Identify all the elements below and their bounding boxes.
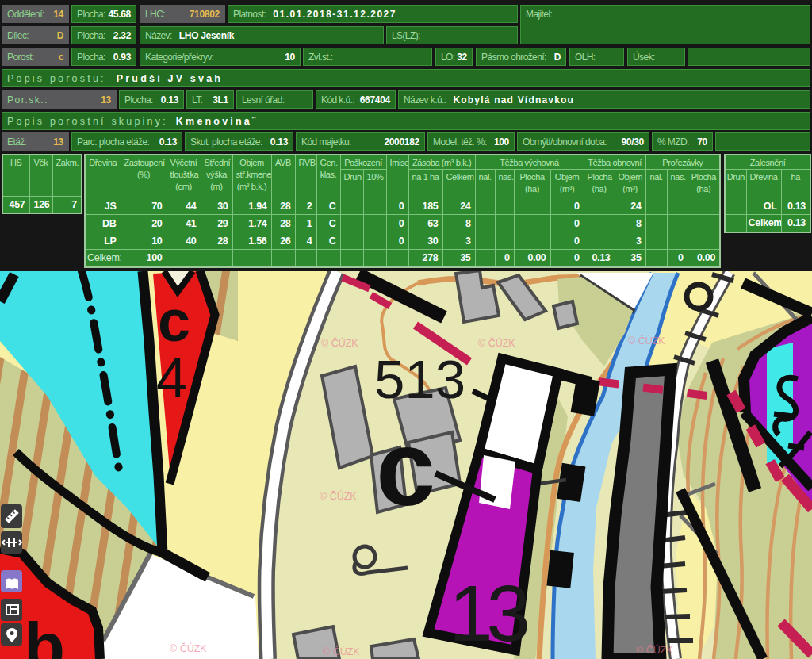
svg-text:© ČÚZK: © ČÚZK [323,646,360,657]
svg-text:c: c [376,408,435,528]
svg-text:© ČÚZK: © ČÚZK [321,337,358,349]
svg-text:© ČÚZK: © ČÚZK [478,337,515,349]
svg-text:© ČÚZK: © ČÚZK [636,644,673,656]
svg-text:© ČÚZK: © ČÚZK [170,642,207,654]
svg-text:513: 513 [374,349,465,410]
svg-text:© ČÚZK: © ČÚZK [320,490,357,502]
svg-text:4: 4 [156,347,187,409]
svg-text:© ČÚZK: © ČÚZK [628,335,665,347]
svg-text:c: c [158,288,190,354]
svg-text:13: 13 [449,569,528,657]
